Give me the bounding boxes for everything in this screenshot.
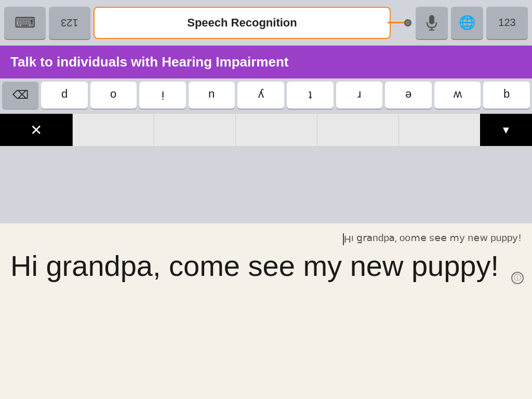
mirrored-text-line: ¡ʎddnd ʍəu ʎɯ əəs əɯoo 'ɐdpuɐɹƃ ıH xyxy=(10,232,522,246)
mic-connector xyxy=(388,19,411,26)
close-button[interactable]: ✕ xyxy=(0,114,73,146)
predictive-cell-4[interactable] xyxy=(317,114,399,146)
num-right-button[interactable]: 123 xyxy=(486,7,528,39)
toolbar-row: ⌨ 123 Speech Recognition 🌐 xyxy=(0,0,532,46)
predictive-cell-2[interactable] xyxy=(154,114,236,146)
num-left-label: 123 xyxy=(61,17,78,29)
key-t[interactable]: t xyxy=(287,82,334,109)
info-icon: ⓘ xyxy=(514,273,521,283)
banner-text: Talk to individuals with Hearing Impairm… xyxy=(10,54,289,70)
delete-key[interactable]: ⌫ xyxy=(2,82,38,109)
predictive-cell-1[interactable] xyxy=(73,114,154,146)
speech-recognition-button[interactable]: Speech Recognition xyxy=(94,7,391,39)
key-y[interactable]: y xyxy=(237,82,284,109)
mic-icon xyxy=(425,15,438,31)
key-rows: ⌫ p o i u y t r e w q xyxy=(0,78,532,114)
keyboard-row-1: ⌫ p o i u y t r e w q xyxy=(2,82,530,109)
keyboard-toggle-button[interactable]: ⌨ xyxy=(4,7,46,39)
globe-button[interactable]: 🌐 xyxy=(451,7,483,39)
close-icon: ✕ xyxy=(30,122,42,139)
key-o[interactable]: o xyxy=(90,82,137,109)
predictive-area xyxy=(73,114,480,146)
keyboard-area: ⌨ 123 Speech Recognition 🌐 xyxy=(0,0,532,223)
globe-icon: 🌐 xyxy=(459,15,475,31)
predictive-cell-3[interactable] xyxy=(236,114,317,146)
info-button[interactable]: ⓘ xyxy=(511,272,524,284)
bottom-action-row: ✕ ▼ xyxy=(0,114,532,146)
key-p[interactable]: p xyxy=(41,82,88,109)
down-icon: ▼ xyxy=(501,124,511,136)
delete-icon: ⌫ xyxy=(12,88,29,102)
key-q[interactable]: q xyxy=(483,82,530,109)
key-e[interactable]: e xyxy=(385,82,432,109)
key-i[interactable]: i xyxy=(139,82,186,109)
predictive-cell-5[interactable] xyxy=(399,114,480,146)
key-w[interactable]: w xyxy=(434,82,481,109)
main-text-display: Hi grandpa, come see my new puppy! xyxy=(10,248,522,283)
content-area: ¡ʎddnd ʍəu ʎɯ əəs əɯoo 'ɐdpuɐɹƃ ıH Hi gr… xyxy=(0,223,532,288)
mic-button[interactable] xyxy=(416,7,448,39)
mic-dot xyxy=(404,19,411,26)
num-right-label: 123 xyxy=(498,17,515,29)
num-left-button[interactable]: 123 xyxy=(49,7,90,39)
keyboard-icon: ⌨ xyxy=(15,14,35,31)
svg-rect-0 xyxy=(429,15,434,24)
mirrored-text: ¡ʎddnd ʍəu ʎɯ əəs əɯoo 'ɐdpuɐɹƃ ıH xyxy=(344,233,522,245)
key-r[interactable]: r xyxy=(336,82,383,109)
down-button[interactable]: ▼ xyxy=(480,114,532,146)
speech-recognition-label: Speech Recognition xyxy=(187,16,297,30)
purple-banner: Talk to individuals with Hearing Impairm… xyxy=(0,46,532,78)
key-u[interactable]: u xyxy=(189,82,235,109)
mic-line xyxy=(388,22,404,23)
